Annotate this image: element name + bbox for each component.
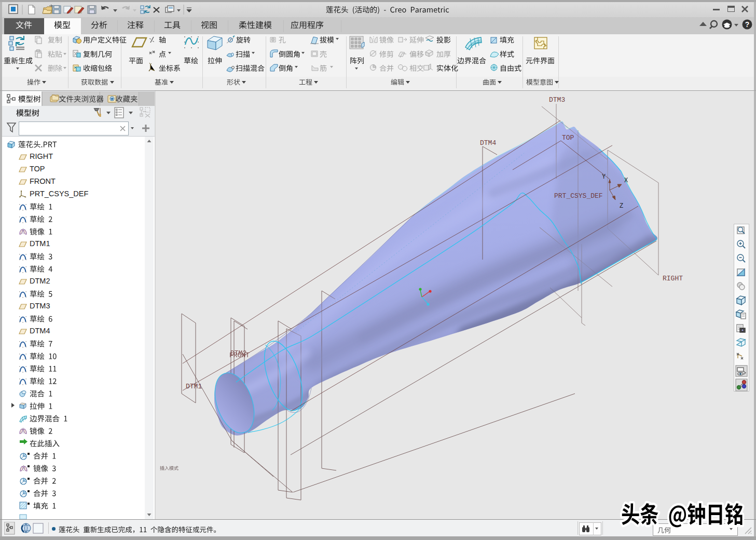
svg-text:?: ? xyxy=(745,20,750,29)
svg-text:Y: Y xyxy=(602,173,606,181)
svg-text:X: X xyxy=(624,177,628,184)
svg-text:RIGHT: RIGHT xyxy=(663,275,683,282)
svg-text:PRT_CSYS_DEF: PRT_CSYS_DEF xyxy=(554,192,603,200)
svg-text:DTM1: DTM1 xyxy=(186,383,202,390)
svg-text:DTM4: DTM4 xyxy=(480,139,496,147)
svg-text:Z: Z xyxy=(620,203,623,210)
svg-text:DTM2: DTM2 xyxy=(230,349,246,357)
svg-text:DTM3: DTM3 xyxy=(549,96,565,104)
svg-text:TOP: TOP xyxy=(562,134,574,142)
